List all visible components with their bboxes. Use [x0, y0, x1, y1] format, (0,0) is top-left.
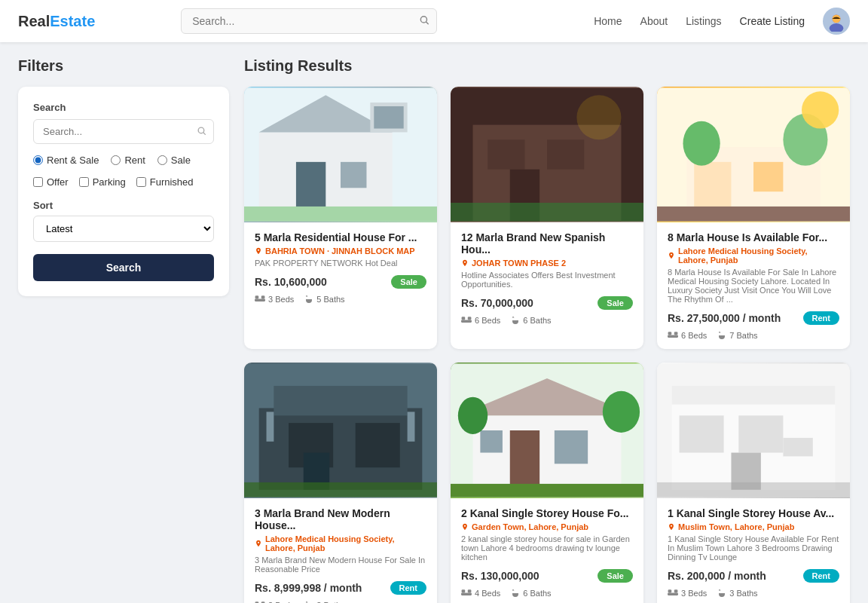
svg-rect-11 — [341, 162, 366, 188]
card-image-1 — [244, 87, 437, 222]
svg-rect-62 — [468, 589, 472, 592]
card-meta-3: 6 Beds 7 Baths — [668, 331, 839, 340]
location-pin-icon — [461, 259, 469, 268]
svg-point-35 — [802, 91, 839, 128]
filter-furnished[interactable]: Furnished — [136, 176, 194, 188]
sort-select[interactable]: Latest Price: Low to High Price: High to… — [33, 216, 214, 242]
user-avatar[interactable] — [823, 8, 850, 35]
svg-rect-54 — [510, 430, 539, 490]
card-body-1: 5 Marla Residential House For ... BAHRIA… — [244, 222, 437, 313]
card-agent-4: 3 Marla Brand New Modern House For Sale … — [255, 556, 426, 574]
card-location-4: Lahore Medical Housing Society, Lahore, … — [255, 534, 426, 552]
card-footer-4: Rs. 8,999,998 / month Rent — [255, 581, 426, 595]
listing-card-6[interactable]: 1 Kanal Single Storey House Av... Muslim… — [657, 363, 850, 603]
filter-parking[interactable]: Parking — [79, 176, 126, 188]
card-image-4 — [244, 363, 437, 498]
nav-home[interactable]: Home — [594, 15, 622, 27]
listing-card-3[interactable]: 8 Marla House Is Available For... Lahore… — [657, 87, 850, 349]
card-beds-2: 6 Beds — [461, 316, 500, 325]
card-beds-6: 3 Beds — [668, 589, 707, 598]
svg-rect-73 — [674, 589, 678, 592]
card-badge-4: Rent — [390, 581, 426, 595]
svg-rect-68 — [783, 438, 812, 457]
sidebar: Filters Search Rent & Sale Rent Sale — [18, 57, 229, 603]
svg-rect-10 — [296, 162, 326, 214]
card-footer-1: Rs. 10,600,000 Sale — [255, 275, 426, 289]
svg-rect-47 — [408, 412, 415, 441]
header-search-icon — [419, 15, 429, 28]
bed-icon — [668, 589, 678, 597]
svg-point-3 — [830, 23, 844, 32]
svg-rect-23 — [451, 203, 643, 222]
filter-offer[interactable]: Offer — [33, 176, 69, 188]
card-title-4: 3 Marla Brand New Modern House... — [255, 507, 426, 531]
card-price-3: Rs. 27,500,000 / month — [668, 312, 781, 324]
svg-rect-21 — [547, 139, 584, 169]
card-beds-3: 6 Beds — [668, 331, 707, 340]
nav-about[interactable]: About — [640, 15, 668, 27]
card-title-3: 8 Marla House Is Available For... — [668, 231, 839, 243]
svg-rect-60 — [461, 592, 472, 595]
filters-title: Filters — [18, 57, 229, 75]
card-title-2: 12 Marla Brand New Spanish Hou... — [461, 231, 633, 256]
svg-rect-41 — [274, 386, 407, 415]
listing-card-1[interactable]: 5 Marla Residential House For ... BAHRIA… — [244, 87, 437, 349]
card-meta-2: 6 Beds 6 Baths — [461, 316, 633, 325]
header-search-bar — [181, 8, 437, 34]
svg-point-32 — [683, 121, 720, 166]
svg-rect-61 — [462, 589, 466, 592]
bath-icon — [717, 589, 726, 598]
filter-search-input[interactable] — [33, 119, 214, 144]
listing-card-4[interactable]: 3 Marla Brand New Modern House... Lahore… — [244, 363, 437, 603]
svg-rect-8 — [259, 132, 393, 213]
svg-rect-37 — [668, 332, 672, 335]
card-title-1: 5 Marla Residential House For ... — [255, 231, 426, 243]
card-body-3: 8 Marla House Is Available For... Lahore… — [657, 222, 850, 349]
card-price-5: Rs. 130,000,000 — [461, 570, 539, 582]
nav-create-listing[interactable]: Create Listing — [740, 15, 805, 27]
filter-rent-sale[interactable]: Rent & Sale — [33, 155, 99, 166]
bath-icon — [511, 589, 520, 598]
filter-rent[interactable]: Rent — [111, 155, 145, 166]
location-pin-icon — [255, 539, 262, 548]
card-body-5: 2 Kanal Single Storey House Fo... Garden… — [451, 498, 643, 603]
svg-rect-17 — [261, 295, 265, 298]
card-image-2 — [451, 87, 643, 222]
svg-rect-70 — [672, 386, 836, 405]
card-location-5: Garden Town, Lahore, Punjab — [461, 522, 633, 531]
card-location-3: Lahore Medical Housing Society, Lahore, … — [668, 246, 839, 265]
svg-point-57 — [458, 397, 487, 434]
nav-listings[interactable]: Listings — [686, 15, 721, 27]
card-image-3 — [657, 87, 850, 222]
card-location-2: JOHAR TOWN PHASE 2 — [461, 259, 633, 268]
card-badge-1: Sale — [391, 275, 426, 289]
listing-card-5[interactable]: 2 Kanal Single Storey House Fo... Garden… — [451, 363, 643, 603]
card-beds-1: 3 Beds — [255, 295, 294, 304]
card-baths-6: 3 Baths — [717, 589, 757, 598]
card-image-6 — [657, 363, 850, 498]
svg-rect-46 — [267, 412, 274, 441]
listing-card-2[interactable]: 12 Marla Brand New Spanish Hou... JOHAR … — [451, 87, 643, 349]
card-price-2: Rs. 70,000,000 — [461, 297, 533, 309]
filter-sale[interactable]: Sale — [157, 155, 191, 166]
search-filter-label: Search — [33, 102, 214, 113]
bath-icon — [304, 295, 313, 304]
svg-rect-72 — [668, 589, 672, 592]
header: RealEstate Home About Listings Create Li… — [0, 0, 868, 42]
svg-rect-38 — [674, 332, 678, 335]
search-button[interactable]: Search — [33, 254, 214, 281]
svg-line-6 — [203, 133, 205, 134]
filter-search-wrapper — [33, 119, 214, 144]
svg-rect-16 — [255, 295, 259, 298]
card-title-5: 2 Kanal Single Storey House Fo... — [461, 507, 633, 519]
location-pin-icon — [668, 251, 675, 260]
card-meta-5: 4 Beds 6 Baths — [461, 589, 633, 598]
svg-point-4 — [833, 14, 841, 23]
header-search-input[interactable] — [181, 8, 437, 34]
card-agent-1: PAK PROPERTY NETWORK Hot Deal — [255, 259, 426, 268]
card-agent-6: 1 Kanal Single Story House Available For… — [668, 534, 839, 562]
svg-rect-66 — [738, 415, 783, 452]
svg-rect-69 — [657, 482, 850, 497]
bed-icon — [461, 317, 472, 324]
card-agent-3: 8 Marla House Is Available For Sale In L… — [668, 268, 839, 304]
